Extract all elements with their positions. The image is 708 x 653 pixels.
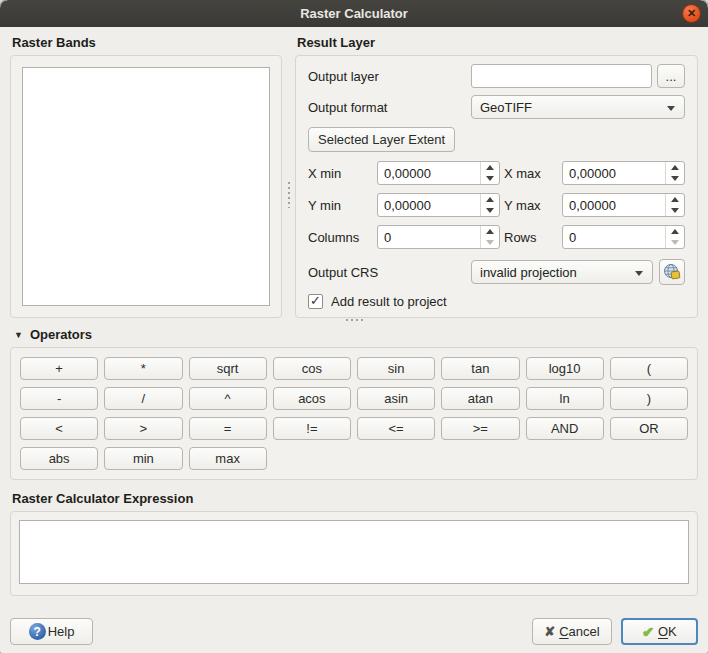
- output-crs-combo[interactable]: invalid projection: [471, 260, 653, 284]
- add-result-label: Add result to project: [331, 294, 447, 309]
- raster-calculator-dialog: Raster Calculator ✕ Raster Bands Result …: [0, 0, 708, 653]
- operators-grid: +*sqrtcossintanlog10(-/^acosasinatanln)<…: [20, 357, 688, 470]
- close-icon: ✕: [687, 8, 696, 19]
- output-crs-row: Output CRS invalid projection: [308, 259, 685, 285]
- y-min-spinbox[interactable]: [377, 193, 500, 217]
- rows-spinbox[interactable]: [562, 225, 685, 249]
- spinner-arrows: [480, 162, 499, 184]
- operator-button[interactable]: cos: [273, 357, 351, 380]
- spin-down-button[interactable]: [481, 237, 499, 248]
- operator-button[interactable]: (: [610, 357, 688, 380]
- output-format-combo[interactable]: GeoTIFF: [471, 95, 685, 119]
- operator-button[interactable]: +: [20, 357, 98, 380]
- spin-down-button[interactable]: [481, 173, 499, 184]
- raster-bands-group: [10, 55, 282, 318]
- help-button[interactable]: ? Help: [10, 618, 93, 645]
- cancel-icon: ✘: [544, 624, 555, 639]
- raster-bands-label: Raster Bands: [12, 35, 282, 51]
- x-min-spinbox[interactable]: [377, 161, 500, 185]
- operator-button[interactable]: >=: [441, 417, 519, 440]
- operator-button[interactable]: /: [104, 387, 182, 410]
- operator-button[interactable]: ln: [526, 387, 604, 410]
- operator-button[interactable]: sin: [357, 357, 435, 380]
- spinner-arrows: [480, 226, 499, 248]
- operator-button[interactable]: ): [610, 387, 688, 410]
- x-min-label: X min: [308, 166, 373, 181]
- result-layer-pane: Result Layer Output layer ... Output for…: [295, 32, 698, 318]
- help-icon: ?: [29, 623, 46, 640]
- titlebar[interactable]: Raster Calculator ✕: [0, 0, 708, 27]
- selected-layer-extent-button[interactable]: Selected Layer Extent: [308, 127, 455, 152]
- columns-label: Columns: [308, 230, 373, 245]
- button-box: ? Help ✘ Cancel ✔ OK: [10, 618, 698, 645]
- spin-down-button[interactable]: [666, 237, 684, 248]
- spin-up-button[interactable]: [666, 194, 684, 205]
- operator-button[interactable]: tan: [441, 357, 519, 380]
- crs-picker-button[interactable]: [659, 259, 685, 285]
- y-max-spinbox[interactable]: [562, 193, 685, 217]
- operator-button[interactable]: log10: [526, 357, 604, 380]
- operator-button[interactable]: *: [104, 357, 182, 380]
- close-button[interactable]: ✕: [682, 4, 701, 23]
- add-result-checkbox[interactable]: ✓: [308, 294, 323, 309]
- spin-up-button[interactable]: [481, 162, 499, 173]
- ok-button[interactable]: ✔ OK: [621, 618, 698, 645]
- x-max-label: X max: [504, 166, 558, 181]
- ok-icon: ✔: [642, 624, 654, 640]
- operator-button[interactable]: <=: [357, 417, 435, 440]
- operators-group: +*sqrtcossintanlog10(-/^acosasinatanln)<…: [10, 347, 698, 480]
- dialog-content: Raster Bands Result Layer Output layer .…: [0, 27, 708, 653]
- crs-globe-icon: [663, 263, 681, 281]
- operator-button[interactable]: acos: [273, 387, 351, 410]
- operator-button[interactable]: ^: [189, 387, 267, 410]
- extent-grid: X min X max: [308, 161, 685, 249]
- help-label: Help: [48, 624, 75, 639]
- operator-button[interactable]: sqrt: [189, 357, 267, 380]
- operator-button[interactable]: min: [104, 447, 182, 470]
- operator-button[interactable]: >: [104, 417, 182, 440]
- operator-button[interactable]: =: [189, 417, 267, 440]
- spinner-arrows: [665, 194, 684, 216]
- spin-up-button[interactable]: [666, 162, 684, 173]
- output-layer-input[interactable]: [471, 64, 652, 88]
- output-layer-row: Output layer ...: [308, 64, 685, 88]
- spin-up-button[interactable]: [666, 226, 684, 237]
- vertical-splitter-handle[interactable]: [282, 32, 295, 318]
- operator-button[interactable]: AND: [526, 417, 604, 440]
- window-title: Raster Calculator: [300, 6, 408, 21]
- operator-button[interactable]: asin: [357, 387, 435, 410]
- raster-bands-list[interactable]: [22, 67, 270, 306]
- add-result-row[interactable]: ✓ Add result to project: [308, 294, 685, 309]
- x-max-spinbox[interactable]: [562, 161, 685, 185]
- spin-down-button[interactable]: [666, 173, 684, 184]
- horizontal-splitter-handle[interactable]: [346, 319, 363, 321]
- top-section: Raster Bands Result Layer Output layer .…: [10, 32, 698, 318]
- cancel-label: Cancel: [559, 624, 599, 639]
- operator-button[interactable]: !=: [273, 417, 351, 440]
- operator-button[interactable]: OR: [610, 417, 688, 440]
- splitter-dots-icon: [288, 182, 290, 208]
- operator-button[interactable]: abs: [20, 447, 98, 470]
- operator-button[interactable]: <: [20, 417, 98, 440]
- output-format-row: Output format GeoTIFF: [308, 95, 685, 119]
- operator-button[interactable]: max: [189, 447, 267, 470]
- operator-button[interactable]: -: [20, 387, 98, 410]
- spin-up-button[interactable]: [481, 194, 499, 205]
- spin-down-button[interactable]: [481, 205, 499, 216]
- browse-button[interactable]: ...: [657, 64, 685, 88]
- spin-down-button[interactable]: [666, 205, 684, 216]
- columns-spinbox[interactable]: [377, 225, 500, 249]
- operator-button[interactable]: atan: [441, 387, 519, 410]
- raster-bands-pane: Raster Bands: [10, 32, 282, 318]
- expression-group: [10, 511, 698, 596]
- expression-label: Raster Calculator Expression: [12, 491, 698, 507]
- spinner-arrows: [480, 194, 499, 216]
- collapse-triangle-icon[interactable]: ▼: [14, 327, 23, 343]
- spin-up-button[interactable]: [481, 226, 499, 237]
- output-crs-value: invalid projection: [480, 265, 577, 280]
- operators-header[interactable]: ▼ Operators: [12, 327, 698, 343]
- cancel-button[interactable]: ✘ Cancel: [532, 618, 612, 645]
- ok-label: OK: [658, 624, 677, 639]
- result-layer-group: Output layer ... Output format GeoTIFF S…: [295, 55, 698, 318]
- expression-textarea[interactable]: [19, 520, 689, 584]
